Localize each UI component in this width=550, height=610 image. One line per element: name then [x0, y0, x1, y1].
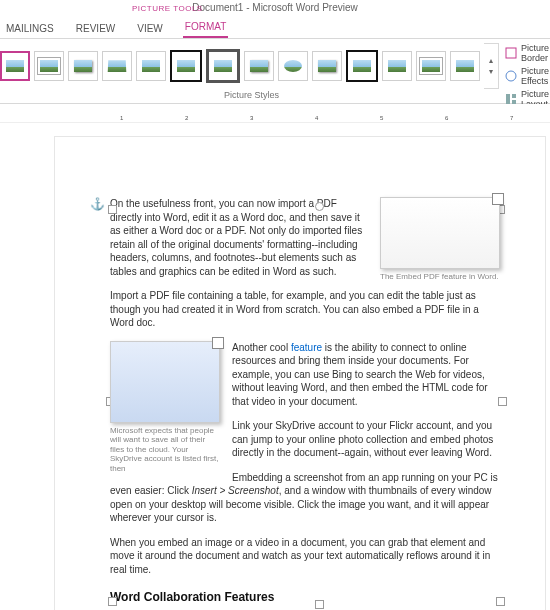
italic-span: Insert > Screenshot: [192, 485, 279, 496]
body-paragraph[interactable]: Import a PDF file containing a table, fo…: [110, 289, 500, 330]
ribbon: ▴ ▾ Picture Styles Picture Border ▾ Pict…: [0, 39, 550, 104]
ruler-tick: 7: [510, 115, 513, 121]
svg-point-1: [506, 71, 516, 81]
picture-effects-label: Picture Effects: [521, 66, 549, 86]
picture-style-option[interactable]: [244, 51, 274, 81]
body-paragraph[interactable]: Embedding a screenshot from an app runni…: [110, 471, 500, 525]
picture-effects-icon: [505, 70, 517, 82]
ribbon-tabs: PICTURE TOOLS MAILINGS REVIEW VIEW FORMA…: [0, 16, 550, 39]
chevron-down-icon: ▾: [489, 67, 493, 76]
svg-rect-2: [506, 94, 510, 104]
selection-handle[interactable]: [108, 597, 117, 606]
picture-style-option[interactable]: [450, 51, 480, 81]
ruler-tick: 3: [250, 115, 253, 121]
text-span: Another cool: [232, 342, 291, 353]
picture-border-label: Picture Border: [521, 43, 549, 63]
ruler-tick: 1: [120, 115, 123, 121]
figure-image[interactable]: [110, 341, 220, 423]
picture-style-option[interactable]: [416, 51, 446, 81]
document-page[interactable]: ⚓ The Embed PDF feature in Word. On the …: [55, 137, 545, 610]
chevron-up-icon: ▴: [489, 56, 493, 65]
svg-rect-3: [512, 94, 516, 98]
picture-style-option[interactable]: [0, 51, 30, 81]
contextual-tool-tab: PICTURE TOOLS: [132, 4, 203, 13]
figure-caption: Microsoft expects that people will want …: [110, 426, 220, 474]
picture-style-option[interactable]: [346, 50, 378, 82]
picture-style-option[interactable]: [102, 51, 132, 81]
horizontal-ruler[interactable]: 1 2 3 4 5 6 7: [0, 104, 550, 123]
picture-style-option[interactable]: [382, 51, 412, 81]
ruler-tick: 4: [315, 115, 318, 121]
selection-handle[interactable]: [315, 600, 324, 609]
picture-border-button[interactable]: Picture Border ▾: [505, 43, 550, 63]
picture-style-option[interactable]: [312, 51, 342, 81]
body-paragraph[interactable]: When you embed an image or a video in a …: [110, 536, 500, 577]
picture-effects-button[interactable]: Picture Effects ▾: [505, 66, 550, 86]
document-canvas[interactable]: ⚓ The Embed PDF feature in Word. On the …: [0, 123, 550, 610]
figure-skydrive[interactable]: Microsoft expects that people will want …: [110, 341, 220, 474]
window-title: Document1 - Microsoft Word Preview: [0, 0, 550, 16]
picture-style-option[interactable]: [136, 51, 166, 81]
ruler-tick: 6: [445, 115, 448, 121]
gallery-expand-button[interactable]: ▴ ▾: [484, 43, 499, 89]
ribbon-group-caption: Picture Styles: [0, 89, 503, 103]
picture-format-group: Picture Border ▾ Picture Effects ▾ Pictu…: [503, 39, 550, 103]
picture-border-icon: [505, 47, 517, 59]
inline-link[interactable]: feature: [291, 342, 322, 353]
picture-style-option[interactable]: [170, 50, 202, 82]
selection-handle[interactable]: [315, 202, 324, 211]
figure-embed-pdf[interactable]: The Embed PDF feature in Word.: [380, 197, 500, 282]
tab-review[interactable]: REVIEW: [74, 23, 117, 38]
picture-styles-group: ▴ ▾ Picture Styles: [0, 39, 503, 103]
ruler-tick: 5: [380, 115, 383, 121]
ruler-tick: 2: [185, 115, 188, 121]
picture-style-option[interactable]: [206, 49, 240, 83]
svg-rect-0: [506, 48, 516, 58]
picture-style-gallery: ▴ ▾: [0, 39, 503, 89]
section-heading[interactable]: Word Collaboration Features: [110, 589, 500, 605]
document-body[interactable]: The Embed PDF feature in Word. On the us…: [110, 197, 500, 610]
selection-handle[interactable]: [108, 205, 117, 214]
tab-mailings[interactable]: MAILINGS: [4, 23, 56, 38]
selection-handle[interactable]: [496, 597, 505, 606]
picture-style-option[interactable]: [278, 51, 308, 81]
figure-image[interactable]: [380, 197, 500, 269]
figure-caption: The Embed PDF feature in Word.: [380, 272, 500, 282]
picture-style-option[interactable]: [68, 51, 98, 81]
tab-view[interactable]: VIEW: [135, 23, 165, 38]
tab-format[interactable]: FORMAT: [183, 21, 228, 38]
anchor-icon[interactable]: ⚓: [90, 197, 105, 211]
selection-handle[interactable]: [498, 397, 507, 406]
picture-style-option[interactable]: [34, 51, 64, 81]
